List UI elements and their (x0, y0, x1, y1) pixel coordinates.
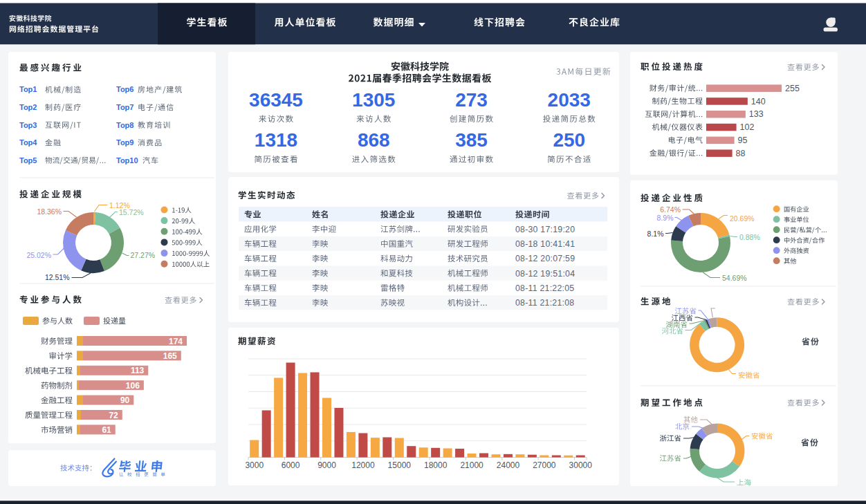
svg-text:88: 88 (736, 149, 746, 158)
svg-text:250: 250 (553, 129, 585, 151)
svg-text:90: 90 (120, 395, 130, 405)
svg-text:Top8: Top8 (116, 121, 133, 129)
svg-text:102: 102 (740, 122, 755, 132)
svg-text:2033: 2033 (548, 89, 591, 111)
svg-text:165: 165 (163, 351, 177, 361)
svg-text:15000: 15000 (388, 460, 412, 470)
svg-text:Top1: Top1 (19, 85, 37, 93)
svg-text:1318: 1318 (255, 129, 297, 151)
svg-text:3000: 3000 (245, 460, 264, 470)
svg-text:20.69%: 20.69% (730, 214, 755, 223)
svg-text:Top2: Top2 (19, 103, 37, 111)
svg-text:Top7: Top7 (116, 103, 133, 111)
svg-text:Top9: Top9 (116, 138, 133, 147)
svg-text:273: 273 (455, 89, 488, 111)
svg-text:106: 106 (126, 381, 140, 391)
svg-text:08-11 21:22:05: 08-11 21:22:05 (515, 283, 574, 293)
svg-text:12.51%: 12.51% (45, 273, 70, 281)
svg-text:Top4: Top4 (19, 138, 37, 147)
svg-text:08-30 17:19:20: 08-30 17:19:20 (515, 225, 575, 234)
svg-text:0.88%: 0.88% (739, 233, 760, 241)
svg-text:72: 72 (109, 411, 118, 420)
svg-text:08-11 21:21:08: 08-11 21:21:08 (515, 298, 574, 308)
svg-text:255: 255 (785, 84, 800, 93)
svg-text:1305: 1305 (352, 89, 395, 111)
svg-text:61: 61 (102, 425, 111, 435)
svg-text:8.9%: 8.9% (657, 214, 674, 222)
svg-text:Top5: Top5 (19, 156, 37, 165)
svg-text:08-18 10:41:41: 08-18 10:41:41 (515, 239, 575, 249)
svg-text:15.72%: 15.72% (119, 208, 144, 216)
svg-text:6000: 6000 (282, 460, 300, 470)
svg-text:12000: 12000 (351, 460, 375, 470)
svg-text:113: 113 (131, 366, 145, 375)
svg-text:24000: 24000 (497, 460, 520, 470)
svg-text:18.36%: 18.36% (37, 207, 62, 216)
svg-text:95: 95 (738, 136, 748, 145)
svg-text:18000: 18000 (424, 460, 448, 470)
svg-text:21000: 21000 (460, 460, 483, 470)
svg-text:868: 868 (358, 129, 390, 151)
svg-text:Top3: Top3 (19, 121, 37, 129)
svg-text:27.27%: 27.27% (131, 251, 156, 259)
svg-text:36345: 36345 (249, 89, 303, 111)
svg-text:27000: 27000 (533, 460, 556, 470)
svg-text:08-12 19:51:04: 08-12 19:51:04 (515, 269, 575, 279)
svg-text:08-12 20:07:59: 08-12 20:07:59 (515, 254, 575, 263)
svg-text:Top10: Top10 (116, 156, 138, 165)
svg-text:6.74%: 6.74% (660, 205, 681, 214)
svg-text:Top6: Top6 (116, 85, 133, 93)
svg-text:133: 133 (749, 109, 764, 119)
svg-text:8.1%: 8.1% (647, 230, 664, 238)
svg-text:30000: 30000 (569, 460, 593, 470)
svg-text:9000: 9000 (317, 460, 336, 470)
svg-text:54.69%: 54.69% (722, 274, 747, 282)
svg-text:174: 174 (169, 337, 183, 346)
svg-text:385: 385 (455, 129, 488, 151)
svg-text:140: 140 (751, 97, 766, 106)
svg-text:25.02%: 25.02% (26, 251, 51, 259)
